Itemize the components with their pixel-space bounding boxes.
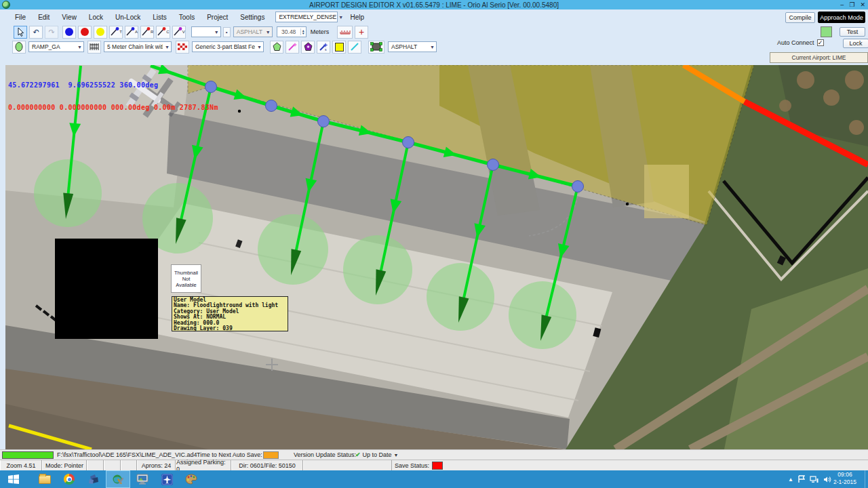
chain-node[interactable] xyxy=(403,137,414,148)
version-status-value[interactable]: ✔ Up to Date ▼ xyxy=(355,451,399,458)
parking-spot-tool-button[interactable] xyxy=(12,41,26,54)
boundary-tool-button[interactable] xyxy=(332,41,346,54)
show-desktop-button[interactable] xyxy=(865,470,868,488)
ruler-icon xyxy=(340,28,351,35)
add-point-button[interactable]: + xyxy=(355,26,368,39)
line-tool-button[interactable] xyxy=(348,41,361,54)
version-status-label: Version Update Status: xyxy=(294,451,356,458)
menu-project[interactable]: Project xyxy=(207,14,228,21)
runway-link-icon xyxy=(141,27,151,37)
minimize-button[interactable]: – xyxy=(840,0,844,9)
empty-cell xyxy=(104,460,121,470)
measure-tool-button[interactable] xyxy=(337,26,353,39)
taskbar-clock[interactable]: 09:06 2-1-2015 xyxy=(830,471,860,486)
menu-lock[interactable]: Lock xyxy=(89,14,103,21)
approach-mode-button[interactable]: Approach Mode xyxy=(818,12,865,23)
red-node-tool-button[interactable] xyxy=(78,26,92,39)
apron-surface-combo[interactable]: ASPHALT▼ xyxy=(388,41,437,52)
progress-bar xyxy=(2,451,54,459)
dir-file-cell: Dir: 0601/File: 50150 xyxy=(231,460,303,470)
point-dot[interactable] xyxy=(238,110,241,113)
menu-lists[interactable]: Lists xyxy=(153,14,167,21)
apron-selection-icon xyxy=(370,42,382,52)
name-combo[interactable]: ▼ xyxy=(191,26,221,37)
spinner-arrows-icon[interactable]: ▲▼ xyxy=(300,28,306,35)
taskbar-ade-active[interactable] xyxy=(106,470,130,488)
link-tool-r-button[interactable]: R xyxy=(140,26,154,39)
excluded-area-rect[interactable] xyxy=(55,239,158,339)
link-tool-v-button[interactable]: V xyxy=(172,26,186,39)
width-unit-label: Meters xyxy=(311,28,330,35)
compile-button[interactable]: Compile xyxy=(785,12,815,23)
flow-mid-arrow-icon xyxy=(306,178,317,192)
svg-text:s: s xyxy=(325,47,327,52)
menu-settings[interactable]: Settings xyxy=(240,14,264,21)
windows-logo-icon xyxy=(8,474,19,484)
zoom-level-cell: Zoom 4.51 xyxy=(0,460,42,470)
menu-unlock[interactable]: Un-Lock xyxy=(115,14,140,21)
width-spinner[interactable]: 30.48 ▲▼ xyxy=(277,26,307,37)
density-combo[interactable]: EXTREMELY_DENSE▼ xyxy=(275,12,338,22)
chain-node[interactable] xyxy=(488,159,499,171)
effect-tool-button[interactable]: s xyxy=(317,41,330,54)
action-center-flag-icon[interactable] xyxy=(798,475,805,483)
menu-edit[interactable]: Edit xyxy=(38,14,50,21)
chain-node[interactable] xyxy=(266,100,277,112)
fence-grid-icon xyxy=(90,43,99,51)
menu-file[interactable]: File xyxy=(15,14,26,21)
folder-icon xyxy=(39,475,51,484)
taskbar-paint[interactable] xyxy=(179,470,203,488)
chevron-down-icon: ▼ xyxy=(430,45,435,49)
apron-tool-button[interactable] xyxy=(368,41,384,54)
blue-node-tool-button[interactable] xyxy=(62,26,76,39)
maximize-button[interactable]: ❐ xyxy=(849,0,854,9)
taskbar-image-viewer[interactable] xyxy=(130,470,155,488)
flow-mid-arrow-icon xyxy=(474,223,486,237)
redo-button[interactable]: ↷ xyxy=(45,26,58,39)
apron-link-icon xyxy=(125,27,135,37)
flow-mid-arrow-icon xyxy=(391,199,402,213)
chain-node[interactable] xyxy=(318,116,330,127)
pointer-tool-button[interactable] xyxy=(14,26,27,39)
chevron-down-icon: ▼ xyxy=(338,15,343,20)
link-tool-a-button[interactable]: A xyxy=(125,26,138,39)
link-tool-t-button[interactable]: T xyxy=(109,26,123,39)
network-icon[interactable] xyxy=(810,476,818,483)
taskbar-fsx[interactable] xyxy=(155,470,179,488)
polygon-tool-button[interactable] xyxy=(270,41,283,54)
start-button[interactable] xyxy=(0,470,27,488)
point-dot[interactable] xyxy=(626,203,629,205)
auto-connect-checkbox[interactable]: ✓ xyxy=(817,39,824,46)
menu-help[interactable]: Help xyxy=(350,14,364,21)
fence-tool-button[interactable] xyxy=(87,41,101,54)
blast-fence-tool-button[interactable] xyxy=(176,41,189,54)
library-object-tool-button[interactable] xyxy=(301,41,315,54)
lock-button[interactable]: Lock xyxy=(843,39,868,48)
chain-node[interactable] xyxy=(572,181,584,192)
draw-line-tool-button[interactable] xyxy=(285,41,299,54)
fence-type-combo[interactable]: 5 Meter Chain link with be▼ xyxy=(104,41,172,52)
add-name-button[interactable]: • xyxy=(223,27,231,37)
close-button[interactable]: ✕ xyxy=(860,0,865,9)
undo-button[interactable]: ↶ xyxy=(29,26,43,39)
menu-view[interactable]: View xyxy=(62,14,77,21)
surface-combo[interactable]: ASPHALT▼ xyxy=(233,26,273,37)
taskbar-photos[interactable] xyxy=(81,470,106,488)
red-dot-icon xyxy=(81,28,89,36)
hidden-icons-chevron[interactable]: ▲ xyxy=(788,476,793,483)
map-canvas[interactable]: Thumbnail Not Available User Model Name:… xyxy=(5,65,868,449)
fsx-airplane-icon xyxy=(161,474,173,485)
blast-fence-type-combo[interactable]: Generic 3-part Blast Fence▼ xyxy=(192,41,264,52)
chrome-icon xyxy=(64,474,75,485)
taskbar-file-explorer[interactable] xyxy=(33,470,57,488)
palette-icon xyxy=(185,474,197,485)
ramp-type-combo[interactable]: RAMP_GA▼ xyxy=(28,41,84,52)
plus-icon: + xyxy=(359,28,364,36)
link-tool-c-button[interactable]: C xyxy=(156,26,170,39)
test-button[interactable]: Test xyxy=(840,27,865,37)
menu-tools[interactable]: Tools xyxy=(179,14,195,21)
autosave-label: Time to Next Auto Save: xyxy=(197,451,262,458)
yellow-node-tool-button[interactable] xyxy=(94,26,107,39)
taskbar-chrome[interactable] xyxy=(57,470,81,488)
window-title: AIRPORT DESIGN EDITOR X v01.65.5479 : LI… xyxy=(0,1,868,9)
